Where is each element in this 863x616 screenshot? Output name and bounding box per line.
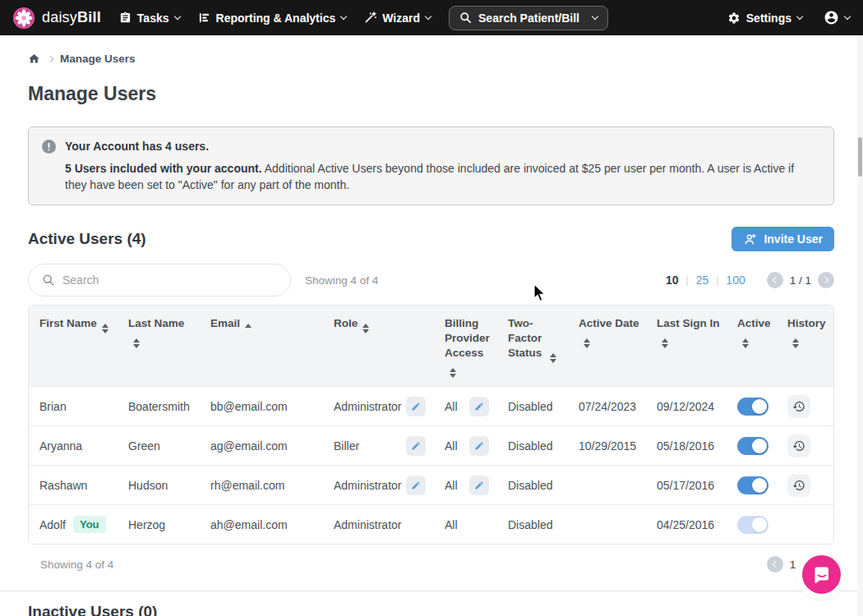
active-toggle[interactable] xyxy=(737,437,768,455)
cell-last-name: Hudson xyxy=(118,466,200,504)
cell-active-date xyxy=(568,466,646,504)
column-header-active[interactable]: Active xyxy=(727,306,777,386)
cell-active xyxy=(727,505,777,544)
patient-bill-search[interactable]: Search Patient/Bill xyxy=(449,6,608,30)
cell-active xyxy=(727,466,777,504)
column-header-history[interactable]: History xyxy=(777,306,833,386)
cell-active-date xyxy=(568,505,646,544)
user-account-icon xyxy=(824,10,839,25)
chevron-down-icon xyxy=(173,13,180,20)
home-icon[interactable] xyxy=(28,53,40,65)
edit-billing-access-button[interactable] xyxy=(469,436,489,456)
cell-history xyxy=(777,426,833,465)
page-indicator-top: 1 / 1 xyxy=(790,274,811,287)
cell-two-factor-status: Disabled xyxy=(497,466,568,504)
nav-tasks-label: Tasks xyxy=(137,11,169,25)
nav-reporting-analytics[interactable]: Reporting & Analytics xyxy=(198,11,347,25)
inactive-users-heading: Inactive Users (0) xyxy=(28,603,834,616)
active-toggle[interactable] xyxy=(737,398,768,416)
chevron-down-icon xyxy=(425,13,432,20)
gear-icon xyxy=(727,11,741,25)
person-add-icon xyxy=(743,232,757,246)
nav-tasks[interactable]: Tasks xyxy=(119,11,180,25)
active-users-heading: Active Users (4) xyxy=(28,230,146,248)
column-header-email[interactable]: Email xyxy=(200,306,323,386)
cell-email: ah@email.com xyxy=(200,505,323,544)
pagination-top: 1 / 1 xyxy=(767,272,834,288)
page-size-selector: 10 | 25 | 100 xyxy=(666,274,745,287)
cell-last-sign-in: 04/25/2016 xyxy=(646,505,727,544)
edit-role-button[interactable] xyxy=(406,476,426,495)
cell-role: Administrator xyxy=(323,387,434,425)
showing-count-top: Showing 4 of 4 xyxy=(305,274,378,287)
table-body: Brian Boatersmith bb@email.com Administr… xyxy=(29,386,833,544)
tasks-icon xyxy=(119,11,132,24)
chevron-down-icon xyxy=(340,13,347,20)
cell-billing-provider-access: All xyxy=(434,426,497,465)
chevron-left-icon xyxy=(772,277,778,283)
breadcrumb-current: Manage Users xyxy=(60,53,136,65)
cell-history xyxy=(777,387,833,425)
page-size-10[interactable]: 10 xyxy=(666,274,679,287)
page-size-100[interactable]: 100 xyxy=(726,274,745,287)
pencil-icon xyxy=(411,480,421,490)
column-header-last-sign-in[interactable]: Last Sign In xyxy=(646,306,727,386)
cell-active-date: 07/24/2023 xyxy=(568,387,646,425)
nav-wizard[interactable]: Wizard xyxy=(364,11,431,25)
search-icon xyxy=(459,11,472,24)
notice-title: Your Account has 4 users. xyxy=(65,139,820,154)
pencil-icon xyxy=(411,441,421,451)
edit-role-button[interactable] xyxy=(406,436,426,456)
chat-icon xyxy=(812,565,832,585)
sort-icon xyxy=(584,338,590,348)
breadcrumb-separator-icon xyxy=(47,55,53,62)
sort-icon xyxy=(662,338,668,348)
main-content: Manage Users Manage Users Your Account h… xyxy=(0,35,863,616)
column-header-last-name[interactable]: Last Name xyxy=(118,306,200,386)
active-toggle[interactable] xyxy=(737,476,768,494)
cell-billing-provider-access: All xyxy=(434,505,497,544)
brand-logo[interactable]: daisyBill xyxy=(13,7,101,29)
nav-settings[interactable]: Settings xyxy=(727,11,802,25)
edit-billing-access-button[interactable] xyxy=(469,397,489,416)
table-row: Rashawn Hudson rh@email.com Administrato… xyxy=(29,465,833,504)
cell-active xyxy=(727,426,777,465)
page-size-25[interactable]: 25 xyxy=(696,274,709,287)
column-header-role[interactable]: Role xyxy=(323,306,434,386)
invite-user-button[interactable]: Invite User xyxy=(731,227,834,251)
history-button[interactable] xyxy=(787,395,810,418)
sort-asc-icon xyxy=(245,324,252,328)
cell-two-factor-status: Disabled xyxy=(497,426,568,465)
account-users-notice: Your Account has 4 users. 5 Users includ… xyxy=(28,126,834,205)
cell-last-sign-in: 05/17/2016 xyxy=(646,466,727,504)
you-badge: You xyxy=(73,516,106,533)
edit-role-button[interactable] xyxy=(406,397,426,416)
cell-first-name: Aryanna xyxy=(29,426,118,465)
column-header-billing-provider-access[interactable]: Billing Provider Access xyxy=(434,306,497,386)
previous-page-button[interactable] xyxy=(767,556,783,572)
wizard-icon xyxy=(364,11,376,24)
cell-email: ag@email.com xyxy=(200,426,323,465)
chat-launcher-button[interactable] xyxy=(802,555,841,594)
history-button[interactable] xyxy=(787,474,810,497)
cell-last-name: Boatersmith xyxy=(118,387,200,425)
cell-history xyxy=(777,505,833,544)
column-header-active-date[interactable]: Active Date xyxy=(568,306,646,386)
search-input[interactable] xyxy=(62,274,277,287)
invite-user-label: Invite User xyxy=(764,232,823,246)
cell-last-sign-in: 05/18/2016 xyxy=(646,426,727,465)
brand-name: daisyBill xyxy=(42,9,101,26)
nav-reporting-label: Reporting & Analytics xyxy=(216,11,336,25)
history-button[interactable] xyxy=(787,434,810,457)
scrollbar-thumb[interactable] xyxy=(858,137,862,177)
pencil-icon xyxy=(474,441,484,451)
edit-billing-access-button[interactable] xyxy=(469,476,489,495)
previous-page-button[interactable] xyxy=(767,272,783,288)
active-toggle[interactable] xyxy=(737,516,768,534)
next-page-button[interactable] xyxy=(818,272,834,288)
nav-account-menu[interactable] xyxy=(824,10,850,25)
column-header-two-factor-status[interactable]: Two-Factor Status xyxy=(497,306,568,386)
notice-body-strong: 5 Users included with your account. xyxy=(65,162,262,175)
column-header-first-name[interactable]: First Name xyxy=(29,306,118,386)
sort-icon xyxy=(133,338,140,348)
